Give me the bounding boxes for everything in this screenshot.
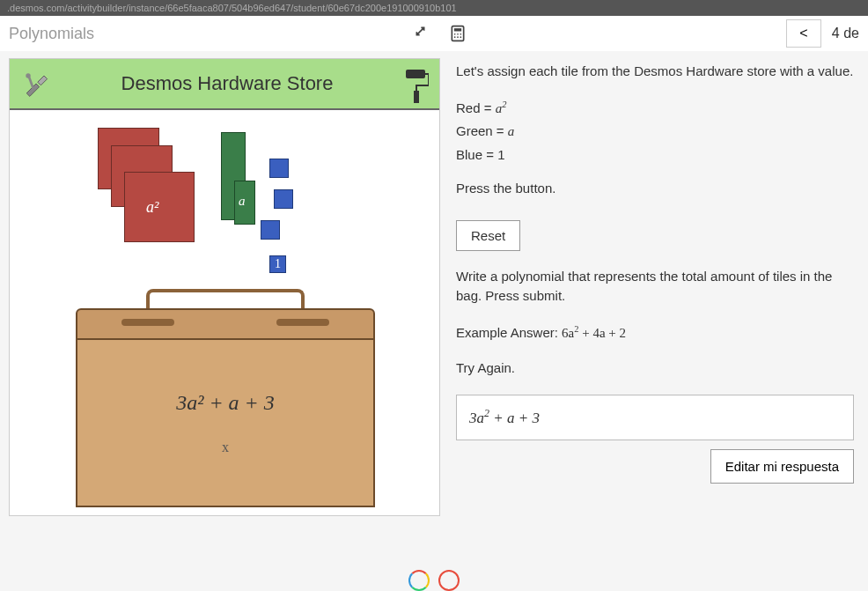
blue-tile[interactable] xyxy=(261,220,280,240)
calculator-icon[interactable] xyxy=(449,25,467,42)
blue-tile[interactable] xyxy=(269,159,289,178)
answer-input[interactable]: 3a2 + a + 3 xyxy=(456,395,854,440)
svg-point-5 xyxy=(454,36,456,38)
green-definition: Green = a xyxy=(456,122,854,142)
store-header: Desmos Hardware Store xyxy=(10,59,439,110)
dock-circle-icon[interactable] xyxy=(438,570,460,591)
fullscreen-icon[interactable] xyxy=(414,25,431,42)
bottom-dock xyxy=(408,570,460,591)
svg-point-3 xyxy=(457,33,459,35)
paint-roller-icon xyxy=(402,68,429,100)
blue-tile[interactable] xyxy=(274,189,293,209)
bag-expression: 3a² + a + 3 xyxy=(176,391,275,415)
svg-point-6 xyxy=(457,36,459,38)
bag-variable: x xyxy=(222,440,229,455)
hammer-wrench-icon xyxy=(20,68,52,100)
svg-point-2 xyxy=(454,33,456,35)
red-tile-label: a² xyxy=(146,198,158,217)
reset-button[interactable]: Reset xyxy=(456,220,520,251)
url-bar: .desmos.com/activitybuilder/instance/66e… xyxy=(0,0,868,16)
nav-page-text: 4 de xyxy=(832,26,859,41)
svg-rect-9 xyxy=(27,75,34,89)
svg-rect-11 xyxy=(414,91,419,103)
red-tile[interactable] xyxy=(124,172,195,242)
blue-tile-label: 1 xyxy=(269,255,286,273)
svg-rect-10 xyxy=(406,70,425,78)
example-answer: Example Answer: 6a2 + 4a + 2 xyxy=(456,322,854,344)
dock-circle-icon[interactable] xyxy=(408,570,430,591)
edit-response-button[interactable]: Editar mi respuesta xyxy=(710,449,854,484)
header-row: Polynomials < 4 de xyxy=(0,16,868,51)
shopping-bag[interactable]: 3a² + a + 3 x xyxy=(76,282,375,507)
activity-canvas-panel: Desmos Hardware Store a² a 1 3a² + a + 3 xyxy=(9,58,440,516)
green-tile-label: a xyxy=(239,194,246,209)
svg-rect-1 xyxy=(454,28,461,31)
canvas-area[interactable]: a² a 1 3a² + a + 3 x xyxy=(10,110,439,515)
instructions-panel: Let's assign each tile from the Desmos H… xyxy=(451,58,859,516)
svg-point-4 xyxy=(460,33,461,35)
write-text: Write a polynomial that represents the t… xyxy=(456,267,854,307)
press-text: Press the button. xyxy=(456,179,854,199)
breadcrumb: Polynomials xyxy=(9,25,94,43)
intro-text: Let's assign each tile from the Desmos H… xyxy=(456,62,854,82)
store-title: Desmos Hardware Store xyxy=(52,72,402,95)
feedback-text: Try Again. xyxy=(456,358,854,379)
svg-point-7 xyxy=(460,36,461,38)
red-definition: Red = a2 xyxy=(456,98,854,119)
nav-back-button[interactable]: < xyxy=(786,19,821,48)
blue-definition: Blue = 1 xyxy=(456,145,854,166)
